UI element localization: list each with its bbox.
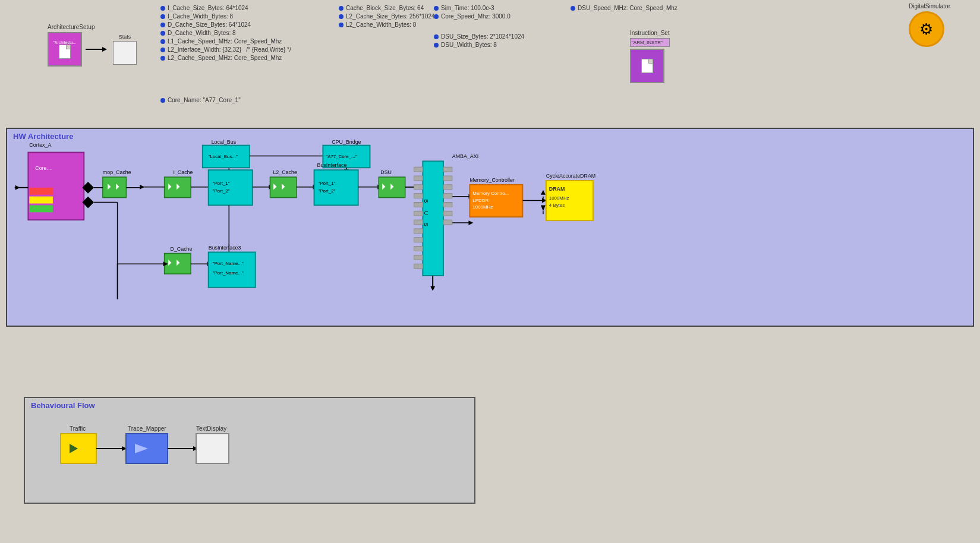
instr-box[interactable] <box>630 49 664 83</box>
svg-text:⏵⏵: ⏵⏵ <box>166 181 183 191</box>
svg-rect-83 <box>443 185 452 190</box>
instr-doc-icon <box>641 59 653 73</box>
param-dot-6 <box>160 48 165 52</box>
param-dot-4 <box>160 31 165 36</box>
svg-text:DRAM: DRAM <box>549 186 565 192</box>
svg-rect-87 <box>443 220 452 225</box>
svg-rect-75 <box>414 255 423 260</box>
svg-text:AMBA_AXI: AMBA_AXI <box>452 153 478 159</box>
svg-text:"Port_Name...": "Port_Name..." <box>213 261 244 266</box>
svg-text:D_Cache: D_Cache <box>171 246 193 252</box>
param-dot-core <box>160 98 165 103</box>
svg-rect-73 <box>414 238 423 242</box>
svg-text:"Port_Name...": "Port_Name..." <box>213 270 244 276</box>
param-dot-dsu-size <box>434 34 439 39</box>
param-9: L2_Cache_Size_Bytes: 256*1024 <box>339 13 435 20</box>
svg-rect-69 <box>414 203 423 207</box>
stats-label: Stats <box>119 34 131 40</box>
svg-text:4 Bytes: 4 Bytes <box>549 203 565 208</box>
traffic-block <box>61 434 96 463</box>
svg-marker-8 <box>15 185 20 190</box>
svg-text:Memory_Controller: Memory_Controller <box>469 177 515 183</box>
svg-text:BusInterface: BusInterface <box>317 162 347 168</box>
param-7: L2_Cache_Speed_MHz: Core_Speed_Mhz <box>160 55 635 61</box>
svg-rect-76 <box>414 264 423 269</box>
trace-mapper-label: Trace_Mapper <box>128 425 166 432</box>
svg-rect-67 <box>414 185 423 190</box>
svg-rect-85 <box>443 203 452 207</box>
instruction-set: Instruction_Set "ARM_INSTR" <box>630 30 670 83</box>
svg-text:BusInterface3: BusInterface3 <box>209 245 241 251</box>
svg-text:"Port_1": "Port_1" <box>213 181 230 186</box>
params-col4: DSU_Speed_MHz: Core_Speed_Mhz <box>571 5 678 13</box>
cortex-a-label: Cortex_A <box>29 142 51 148</box>
param-dot-cspeed <box>434 14 439 19</box>
params-col1: I_Cache_Size_Bytes: 64*1024 I_Cache_Widt… <box>160 5 635 63</box>
arch-arrow-svg <box>86 43 109 55</box>
param-dot-2 <box>160 14 165 19</box>
svg-rect-72 <box>414 229 423 233</box>
param-dot-sim <box>434 6 439 11</box>
svg-text:S: S <box>423 223 429 226</box>
svg-rect-65 <box>414 167 423 172</box>
param-dsu-speed: DSU_Speed_MHz: Core_Speed_Mhz <box>571 5 678 11</box>
param-dot-dsu-speed <box>571 6 575 11</box>
svg-text:B: B <box>423 200 429 203</box>
param-dot-5 <box>160 39 165 44</box>
svg-text:U: U <box>423 211 429 214</box>
svg-rect-82 <box>443 176 452 181</box>
svg-rect-60 <box>423 161 443 276</box>
behavioural-flow-container: Behavioural Flow Traffic Trace_Mapper Te… <box>24 397 475 504</box>
text-display-block <box>196 434 229 463</box>
svg-text:Local_Bus: Local_Bus <box>212 139 237 145</box>
param-dsu-size: DSU_Size_Bytes: 2*1024*1024 <box>434 33 524 40</box>
svg-rect-81 <box>443 167 452 172</box>
svg-marker-22 <box>140 185 144 190</box>
params-col3: Sim_Time: 100.0e-3 Core_Speed_Mhz: 3000.… <box>434 5 524 50</box>
svg-text:CPU_Bridge: CPU_Bridge <box>332 139 361 145</box>
svg-text:1000MHz: 1000MHz <box>549 195 569 201</box>
svg-text:LPDDR: LPDDR <box>472 198 489 203</box>
svg-text:⏵⏵: ⏵⏵ <box>272 181 288 191</box>
param-dot-3 <box>160 23 165 27</box>
arch-box[interactable]: "Architectu... <box>48 32 82 67</box>
behav-flow-title: Behavioural Flow <box>31 401 95 410</box>
arch-arrow <box>86 43 109 55</box>
traffic-label: Traffic <box>70 425 86 432</box>
param-dot-1 <box>160 6 165 11</box>
digital-simulator: DigitalSimulator ⚙ <box>909 3 950 47</box>
gear-icon[interactable]: ⚙ <box>909 11 944 47</box>
stats-box[interactable] <box>113 41 137 65</box>
param-5: L1_Cache_Speed_MHz: Core_Speed_Mhz <box>160 38 635 45</box>
svg-marker-96 <box>541 205 546 211</box>
param-dot-10 <box>339 23 344 27</box>
param-dot-9 <box>339 14 344 19</box>
svg-rect-74 <box>414 247 423 251</box>
svg-text:DSU: DSU <box>380 169 392 175</box>
svg-marker-117 <box>430 286 435 291</box>
hw-arch-svg: Cortex_A Core... mop_Cache ⏵⏵ I_Cache ⏵⏵ <box>7 129 973 326</box>
svg-marker-1 <box>102 47 107 52</box>
digital-sim-label: DigitalSimulator <box>909 3 950 10</box>
svg-text:⏵⏵: ⏵⏵ <box>106 181 122 191</box>
svg-text:I_Cache: I_Cache <box>173 169 193 175</box>
svg-marker-98 <box>541 190 546 195</box>
param-core-speed: Core_Speed_Mhz: 3000.0 <box>434 13 524 20</box>
svg-text:1000MHz: 1000MHz <box>472 204 493 210</box>
param-4: D_Cache_Width_Bytes: 8 <box>160 30 635 36</box>
params-col2: Cache_Block_Size_Bytes: 64 L2_Cache_Size… <box>339 5 435 30</box>
svg-rect-70 <box>414 211 423 216</box>
svg-text:L2_Cache: L2_Cache <box>273 169 297 175</box>
behav-flow-svg: Traffic Trace_Mapper TextDisplay <box>31 413 471 508</box>
svg-text:Memory Contro...: Memory Contro... <box>472 191 509 196</box>
svg-rect-4 <box>29 188 53 195</box>
svg-rect-66 <box>414 176 423 181</box>
architecture-setup: ArchitectureSetup "Architectu... Stats <box>48 24 137 67</box>
hw-architecture-container: HW Architecture Cortex_A Core... mop_Cac… <box>6 128 974 327</box>
svg-rect-71 <box>414 220 423 225</box>
svg-text:"Port_1": "Port_1" <box>318 181 335 186</box>
param-dot-7 <box>160 56 165 61</box>
svg-marker-80 <box>468 220 473 225</box>
svg-text:⏵⏵: ⏵⏵ <box>380 181 397 191</box>
param-8: Cache_Block_Size_Bytes: 64 <box>339 5 435 11</box>
